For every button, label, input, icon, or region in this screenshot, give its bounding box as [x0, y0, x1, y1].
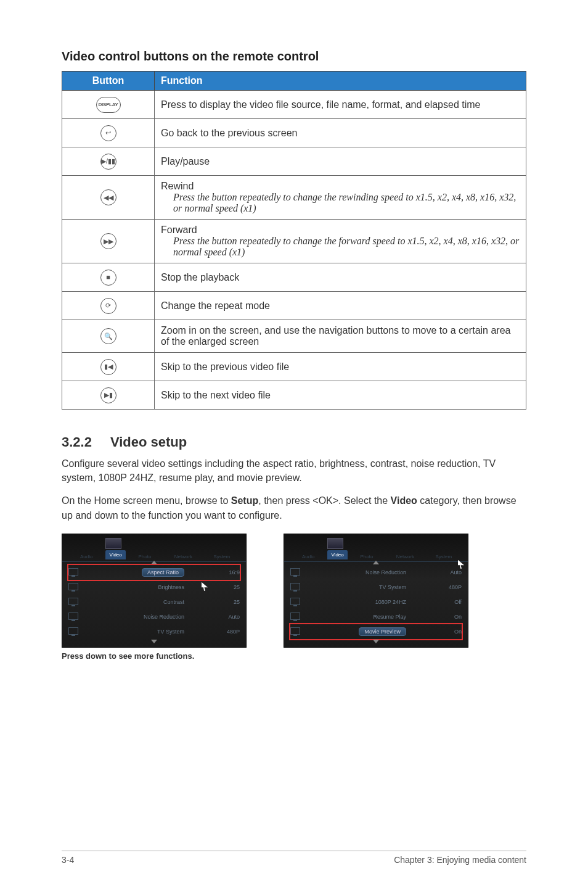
subsection-number: 3.2.2 — [62, 434, 92, 450]
remote-button-icon: 🔍 — [100, 328, 116, 344]
th-button: Button — [62, 72, 155, 91]
table-row: ■Stop the playback — [62, 263, 526, 292]
menu-item-icon — [68, 627, 81, 636]
menu-item: Noise ReductionAuto — [290, 565, 462, 580]
menu-item-icon — [290, 583, 303, 592]
para2-bold-video: Video — [391, 495, 417, 506]
menu-item-icon — [290, 627, 303, 636]
page-footer: 3-4 Chapter 3: Enjoying media content — [62, 851, 526, 865]
arrow-down-icon — [151, 640, 157, 643]
table-row: ▶▶ForwardPress the button repeatedly to … — [62, 220, 526, 263]
arrow-up-icon — [151, 561, 157, 564]
menu-item-value: On — [431, 614, 462, 620]
para2-bold-setup: Setup — [231, 495, 258, 506]
menu-item-label: Contrast — [98, 599, 209, 605]
subsection-heading: 3.2.2 Video setup — [62, 434, 526, 450]
table-row: ↩Go back to the previous screen — [62, 119, 526, 147]
function-cell: Press to display the video file source, … — [155, 91, 526, 119]
function-cell: Go back to the previous screen — [155, 119, 526, 147]
page-number: 3-4 — [62, 855, 74, 865]
menu-item: 1080P 24HZOff — [290, 595, 462, 609]
menu-item: Contrast25 — [68, 595, 240, 609]
remote-button-icon: ▶▶ — [100, 233, 116, 249]
menu-item-label: TV System — [320, 584, 431, 590]
function-cell: Skip to the next video file — [155, 381, 526, 410]
remote-button-icon: ▶▮ — [100, 387, 116, 403]
section-heading: Video control buttons on the remote cont… — [62, 49, 526, 64]
tab-audio: Audio — [289, 554, 327, 559]
para2-text: On the Home screen menu, browse to — [62, 495, 231, 506]
screenshot-2: Audio Video Photo Network System Noise R… — [284, 534, 468, 648]
screenshot-1-caption: Press down to see more functions. — [62, 651, 247, 661]
th-function: Function — [155, 72, 526, 91]
function-cell: Zoom in on the screen, and use the navig… — [155, 320, 526, 353]
table-row: ▶/▮▮Play/pause — [62, 147, 526, 176]
menu-item: Resume PlayOn — [290, 609, 462, 624]
table-row: ⟳Change the repeat mode — [62, 292, 526, 320]
button-icon-cell: ▶▶ — [62, 220, 155, 263]
function-text: Forward — [161, 225, 520, 236]
function-cell: ForwardPress the button repeatedly to ch… — [155, 220, 526, 263]
remote-button-icon: ▮◀ — [100, 359, 116, 375]
tab-video: Video — [105, 550, 125, 559]
remote-button-icon: ◀◀ — [100, 189, 116, 205]
tv-icon — [105, 538, 121, 549]
function-cell: Play/pause — [155, 147, 526, 176]
table-row: 🔍Zoom in on the screen, and use the navi… — [62, 320, 526, 353]
menu-item-icon — [290, 613, 303, 621]
tab-video: Video — [327, 550, 347, 559]
screenshot-2-wrap: Audio Video Photo Network System Noise R… — [284, 534, 468, 648]
tv-icon — [327, 538, 343, 549]
menu-item: TV System480P — [290, 580, 462, 595]
remote-button-icon: ⟳ — [100, 298, 116, 314]
remote-buttons-table: Button Function DISPLAYPress to display … — [62, 71, 526, 410]
menu-item-icon — [68, 613, 81, 621]
remote-button-icon: DISPLAY — [96, 97, 121, 113]
para2-text2: , then press <OK>. Select the — [258, 495, 390, 506]
menu-item-label: Resume Play — [320, 614, 431, 620]
menu-item-value: 25 — [209, 584, 240, 590]
tab-photo: Photo — [126, 554, 164, 559]
menu-item: Noise ReductionAuto — [68, 609, 240, 624]
screenshot-1: Audio Video Photo Network System Aspect … — [62, 534, 247, 648]
menu-item-value: 25 — [209, 599, 240, 605]
tab-system: System — [425, 554, 463, 559]
button-icon-cell: 🔍 — [62, 320, 155, 353]
menu-item-value: Auto — [209, 614, 240, 620]
menu-item-icon — [68, 568, 81, 577]
para-1: Configure several video settings includi… — [62, 456, 526, 485]
button-icon-cell: ▶▮ — [62, 381, 155, 410]
menu-item-value: Auto — [431, 569, 462, 576]
button-icon-cell: ↩ — [62, 119, 155, 147]
menu-rows-1: Aspect Ratio16:9Brightness25Contrast25No… — [68, 565, 240, 639]
chapter-label: Chapter 3: Enjoying media content — [394, 855, 526, 865]
menu-item-value: 16:9 — [209, 569, 240, 576]
menu-item-icon — [68, 583, 81, 592]
menu-item-label: Noise Reduction — [98, 614, 209, 620]
menu-item-label: Aspect Ratio — [98, 568, 209, 577]
arrow-down-icon — [373, 640, 379, 643]
menu-item: TV System480P — [68, 624, 240, 639]
button-icon-cell: ▶/▮▮ — [62, 147, 155, 176]
button-icon-cell: DISPLAY — [62, 91, 155, 119]
function-cell: Change the repeat mode — [155, 292, 526, 320]
subsection-title: Video setup — [110, 434, 187, 450]
button-icon-cell: ▮◀ — [62, 353, 155, 381]
menu-item-label: Movie Preview — [320, 627, 431, 636]
menu-item-label: TV System — [98, 629, 209, 635]
menu-item-icon — [290, 598, 303, 606]
table-row: ▮◀Skip to the previous video file — [62, 353, 526, 381]
screenshots-row: Audio Video Photo Network System Aspect … — [62, 534, 526, 661]
tab-network: Network — [386, 554, 424, 559]
menu-item-icon — [68, 598, 81, 606]
menu-item-icon — [290, 568, 303, 577]
menu-item-value: 480P — [431, 584, 462, 590]
remote-button-icon: ▶/▮▮ — [100, 154, 116, 170]
table-row: ▶▮Skip to the next video file — [62, 381, 526, 410]
menu-item: Aspect Ratio16:9 — [68, 565, 240, 580]
tab-network: Network — [164, 554, 202, 559]
remote-button-icon: ■ — [100, 270, 116, 286]
menu-item-value: 480P — [209, 629, 240, 635]
function-note: Press the button repeatedly to change th… — [173, 236, 520, 258]
table-row: DISPLAYPress to display the video file s… — [62, 91, 526, 119]
